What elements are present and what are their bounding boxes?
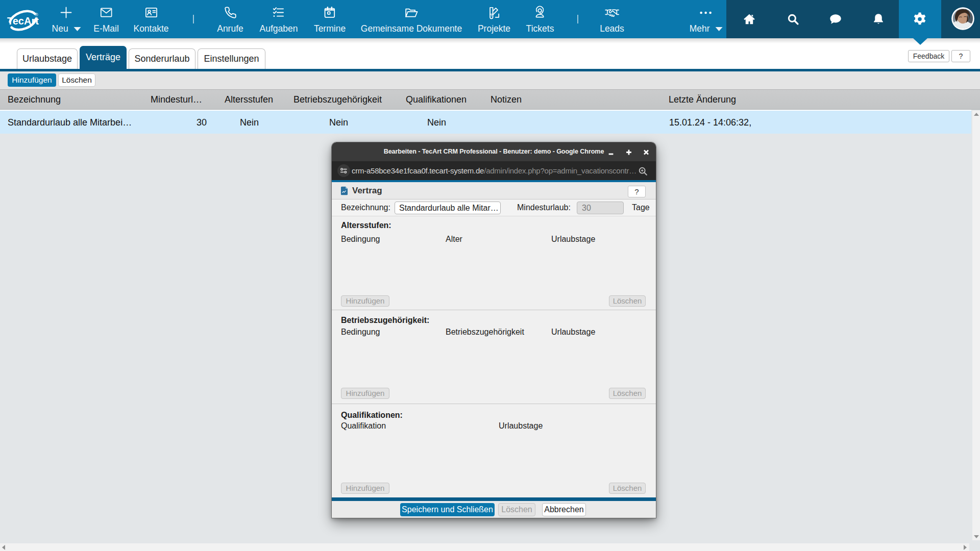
svg-text:TecArt: TecArt [7, 15, 39, 27]
svg-text:®: ® [35, 12, 38, 17]
